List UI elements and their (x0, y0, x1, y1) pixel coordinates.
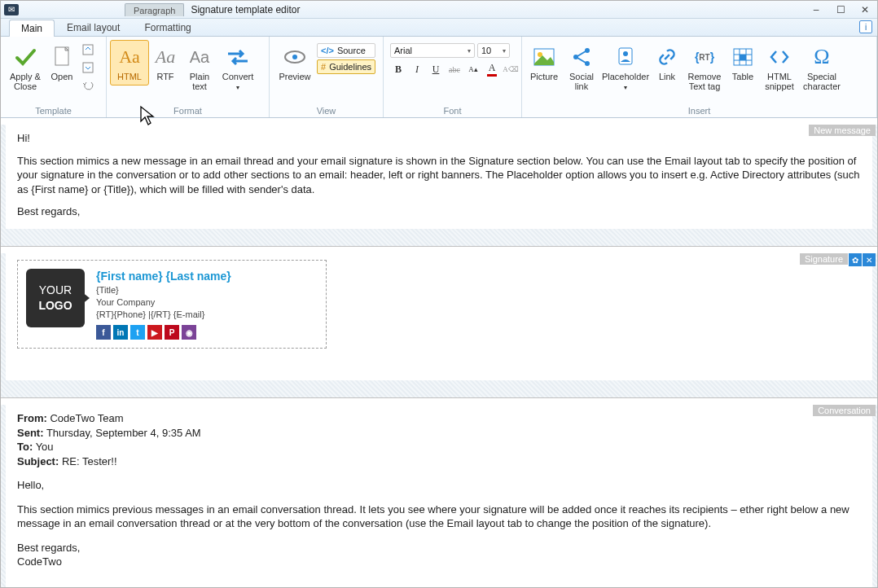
section-label-signature: Signature (800, 253, 848, 265)
source-toggle[interactable]: </>Source (317, 43, 375, 58)
to-label: To: (17, 441, 33, 453)
remove-tag-icon: {RT} (691, 44, 718, 70)
import-icon[interactable] (79, 42, 97, 58)
insert-social-button[interactable]: Social link (563, 40, 600, 95)
omega-icon: Ω (809, 44, 835, 70)
conv-sign1: Best regards, (17, 541, 861, 555)
pinterest-icon[interactable]: P (165, 325, 179, 340)
signature-company: Your Company (96, 296, 231, 309)
from-label: From: (17, 412, 47, 424)
check-icon (12, 44, 38, 70)
signature-close-icon[interactable]: ✕ (863, 253, 876, 266)
signature-body[interactable]: YOUR LOGO {First name} {Last name} {Titl… (6, 253, 872, 380)
linkedin-icon[interactable]: in (113, 325, 128, 340)
sent-label: Sent: (17, 427, 44, 439)
italic-button[interactable]: I (409, 61, 425, 77)
share-icon (569, 44, 595, 70)
window-title: Signature template editor (191, 4, 300, 15)
svg-rect-1 (83, 45, 93, 55)
clear-format-button[interactable]: A⌫ (503, 61, 519, 77)
plaintext-format-button[interactable]: Aa Plain text (182, 40, 217, 95)
strike-button[interactable]: abc (446, 61, 463, 77)
html-snippet-button[interactable]: HTML snippet (760, 40, 799, 95)
picture-icon (531, 44, 557, 70)
logo-placeholder[interactable]: YOUR LOGO (26, 269, 85, 327)
font-size-select[interactable]: 10▾ (477, 43, 510, 58)
twitter-icon[interactable]: t (130, 325, 145, 340)
minimize-button[interactable]: – (804, 2, 828, 18)
close-button[interactable]: ✕ (853, 2, 877, 18)
signoff-text: Best regards, (17, 204, 861, 219)
conversation-section: Conversation From: CodeTwo Team Sent: Th… (1, 405, 877, 588)
eye-icon (282, 44, 308, 70)
convert-button[interactable]: Convert ▾ (217, 40, 258, 96)
open-button[interactable]: Open (46, 40, 77, 86)
youtube-icon[interactable]: ▶ (147, 325, 162, 340)
table-icon (730, 44, 756, 70)
info-icon[interactable]: i (859, 20, 872, 33)
logo-text-bottom: LOGO (38, 298, 72, 314)
instagram-icon[interactable]: ◉ (182, 325, 196, 340)
revert-icon[interactable] (79, 77, 97, 94)
section-label-conversation: Conversation (813, 405, 876, 416)
remove-text-tag-button[interactable]: {RT} Remove Text tag (683, 40, 726, 95)
insert-link-button[interactable]: Link (651, 40, 683, 86)
font-color-button[interactable]: A (484, 61, 500, 77)
svg-point-11 (623, 51, 628, 56)
special-char-button[interactable]: Ω Special character (799, 40, 845, 95)
from-value: CodeTwo Team (47, 412, 124, 424)
group-label-template: Template (4, 106, 103, 117)
signature-title: {Title} (96, 284, 231, 296)
group-label-font: Font (387, 106, 518, 117)
ribbon: Apply & Close Open Template Aa HTML (1, 37, 877, 118)
tab-email-layout[interactable]: Email layout (55, 19, 132, 36)
rtf-icon: Aa (152, 44, 178, 70)
export-icon[interactable] (79, 59, 97, 76)
html-icon: Aa (116, 44, 143, 70)
group-label-format: Format (110, 106, 266, 117)
tab-main[interactable]: Main (9, 20, 55, 37)
underline-button[interactable]: U (428, 61, 444, 77)
facebook-icon[interactable]: f (96, 325, 111, 340)
new-message-body[interactable]: Hi! This section mimics a new message in… (6, 125, 872, 229)
insert-picture-button[interactable]: Picture (525, 40, 563, 86)
new-message-section: New message Hi! This section mimics a ne… (1, 125, 877, 247)
html-format-button[interactable]: Aa HTML (110, 40, 149, 86)
signature-section: Signature ✿ ✕ YOUR LOGO {First name} {La… (1, 253, 877, 398)
grow-font-button[interactable]: A▴ (465, 61, 481, 77)
conv-hello: Hello, (17, 478, 861, 493)
context-tab-paragraph[interactable]: Paragraph (125, 3, 184, 16)
guidelines-toggle[interactable]: #Guidelines (317, 59, 375, 74)
window-titlebar: ✉ Paragraph Signature template editor – … (1, 1, 877, 19)
subject-value: RE: Tester!! (59, 455, 116, 467)
insert-table-button[interactable]: Table (726, 40, 760, 86)
tab-formatting[interactable]: Formatting (132, 19, 203, 36)
signature-settings-icon[interactable]: ✿ (849, 253, 862, 266)
link-icon (654, 44, 680, 70)
bold-button[interactable]: B (390, 61, 406, 77)
svg-point-4 (292, 55, 297, 59)
conversation-body[interactable]: From: CodeTwo Team Sent: Thursday, Septe… (6, 405, 872, 587)
convert-icon (225, 44, 251, 70)
ribbon-tabs: Main Email layout Formatting i (1, 19, 877, 37)
placeholder-icon (612, 44, 639, 70)
section-label-new-message: New message (809, 125, 876, 136)
apply-close-button[interactable]: Apply & Close (4, 40, 46, 95)
body-text: This section mimics a new message in an … (17, 154, 861, 197)
app-icon: ✉ (4, 4, 19, 15)
rtf-format-button[interactable]: Aa RTF (149, 40, 182, 86)
to-value: You (33, 441, 53, 453)
signature-name: {First name} {Last name} (96, 269, 231, 284)
document-icon (49, 44, 75, 70)
preview-button[interactable]: Preview (273, 40, 317, 86)
social-icons: f in t ▶ P ◉ (96, 325, 231, 340)
conv-sign2: CodeTwo (17, 555, 861, 569)
insert-placeholder-button[interactable]: Placeholder▾ (600, 40, 651, 96)
signature-card[interactable]: YOUR LOGO {First name} {Last name} {Titl… (17, 260, 327, 349)
maximize-button[interactable]: ☐ (828, 2, 853, 18)
signature-phone: {RT}{Phone} |{/RT} {E-mail} (96, 309, 231, 321)
font-family-select[interactable]: Arial▾ (390, 43, 475, 58)
sent-value: Thursday, September 4, 9:35 AM (44, 427, 201, 439)
group-label-view: View (273, 106, 380, 117)
greeting-text: Hi! (17, 131, 861, 146)
